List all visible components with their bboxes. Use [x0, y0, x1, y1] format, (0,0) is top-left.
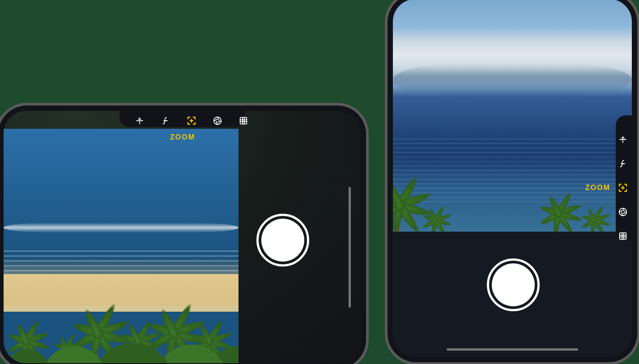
exposure-icon[interactable]	[133, 114, 146, 127]
camera-top-toolbar	[133, 114, 250, 127]
shutter-speed-icon[interactable]	[617, 206, 629, 218]
shutter-button[interactable]	[487, 258, 540, 311]
scene-foreground-foliage	[4, 314, 239, 363]
scene-distant-island	[393, 64, 632, 96]
grid-icon[interactable]	[237, 114, 250, 127]
scene-ocean-texture	[4, 250, 239, 277]
shutter-speed-icon[interactable]	[211, 114, 224, 127]
f-number-icon[interactable]	[159, 114, 172, 127]
svg-rect-1	[240, 118, 247, 124]
shutter-button-inner	[261, 219, 304, 262]
device-screen: ZOOM	[4, 111, 361, 363]
grid-icon[interactable]	[617, 230, 629, 242]
camera-side-toolbar	[617, 133, 629, 242]
zoom-mode-label: ZOOM	[170, 133, 195, 141]
shutter-button[interactable]	[256, 214, 309, 267]
camera-viewfinder[interactable]	[393, 0, 632, 232]
home-indicator[interactable]	[447, 348, 578, 351]
scene-wave-breaker	[4, 223, 239, 233]
camera-viewfinder[interactable]	[4, 129, 239, 363]
camera-app-landscape: ZOOM	[0, 103, 369, 364]
device-screen: ZOOM	[393, 0, 632, 357]
zoom-bracket-icon[interactable]	[185, 114, 198, 127]
exposure-icon[interactable]	[617, 133, 629, 146]
zoom-mode-label: ZOOM	[585, 184, 610, 192]
svg-rect-3	[620, 233, 626, 240]
camera-app-portrait: ZOOM	[385, 0, 639, 364]
f-number-icon[interactable]	[617, 157, 629, 170]
zoom-bracket-icon[interactable]	[617, 182, 629, 194]
shutter-button-inner	[492, 263, 535, 306]
svg-point-2	[619, 208, 627, 216]
home-indicator[interactable]	[349, 187, 351, 308]
svg-point-0	[214, 117, 222, 125]
